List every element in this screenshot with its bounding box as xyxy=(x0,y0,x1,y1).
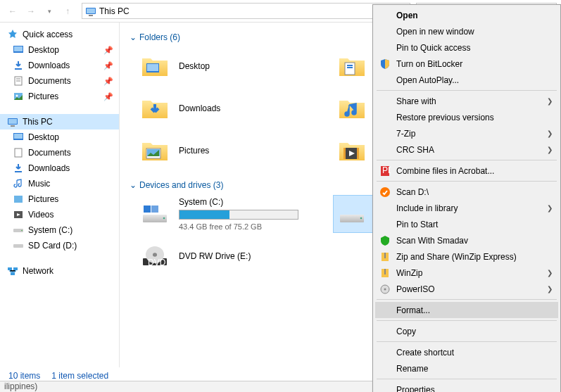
context-menu-item[interactable]: Open in new window xyxy=(375,23,558,39)
sidebar-quick-access[interactable]: Quick access xyxy=(0,27,119,42)
folder-pictures[interactable]: Pictures xyxy=(137,132,313,169)
chevron-right-icon: ❯ xyxy=(547,269,553,277)
context-menu-separator xyxy=(377,379,557,379)
sidebar-qa-downloads[interactable]: Downloads📌 xyxy=(0,58,119,73)
context-menu-item[interactable]: PowerISO❯ xyxy=(375,281,558,297)
svg-point-42 xyxy=(153,253,157,257)
svg-rect-23 xyxy=(11,272,15,275)
up-button[interactable]: ↑ xyxy=(59,3,76,20)
context-menu-label: Properties xyxy=(396,385,435,393)
context-menu-label: Open AutoPlay... xyxy=(396,75,459,85)
svg-point-9 xyxy=(16,95,18,97)
sidebar-qa-pictures[interactable]: Pictures📌 xyxy=(0,89,119,104)
svg-rect-33 xyxy=(357,148,359,159)
context-menu-label: PowerISO xyxy=(396,284,435,294)
svg-rect-36 xyxy=(144,206,151,213)
network-icon xyxy=(7,265,18,277)
context-menu-separator xyxy=(377,341,557,342)
context-menu-item[interactable]: Turn on BitLocker xyxy=(375,56,558,72)
svg-rect-48 xyxy=(384,253,386,258)
context-menu-item[interactable]: Zip and Share (WinZip Express) xyxy=(375,248,558,265)
sidebar-pc-videos[interactable]: Videos xyxy=(0,207,119,222)
pictures-icon xyxy=(13,194,24,205)
context-menu-label: Pin to Start xyxy=(396,220,438,229)
back-button[interactable]: ← xyxy=(4,3,21,20)
context-menu-item[interactable]: Share with❯ xyxy=(375,93,558,109)
context-menu-item[interactable]: Scan D:\ xyxy=(375,184,558,200)
svg-rect-32 xyxy=(343,148,346,159)
folder-desktop[interactable]: Desktop xyxy=(137,48,313,84)
chevron-down-icon: ⌄ xyxy=(130,180,137,190)
context-menu-item[interactable]: WinZip❯ xyxy=(375,265,558,281)
address-bar[interactable]: This PC xyxy=(82,3,410,19)
drive-icon xyxy=(13,225,24,236)
svg-rect-21 xyxy=(8,267,12,270)
sidebar-pc-documents[interactable]: Documents xyxy=(0,145,119,160)
context-menu-label: Pin to Quick access xyxy=(396,43,470,53)
svg-rect-25 xyxy=(147,64,158,71)
context-menu-item[interactable]: Open xyxy=(375,7,558,23)
pin-icon: 📌 xyxy=(103,77,113,86)
context-menu-item[interactable]: PDFCombine files in Acrobat... xyxy=(375,163,558,179)
storage-bar xyxy=(179,210,298,220)
context-menu-item[interactable]: Format... xyxy=(375,302,558,318)
avast-icon xyxy=(379,186,391,198)
context-menu-label: Share with xyxy=(396,96,436,106)
sidebar-network[interactable]: Network xyxy=(0,263,119,279)
svg-rect-15 xyxy=(15,148,22,157)
context-menu-item[interactable]: Open AutoPlay... xyxy=(375,72,558,88)
context-menu-item[interactable]: Pin to Start xyxy=(375,216,558,232)
drive-dvd-e[interactable]: DVD DVD RW Drive (E:) xyxy=(137,238,313,274)
svg-rect-22 xyxy=(13,267,18,270)
svg-point-19 xyxy=(21,230,23,232)
context-menu-separator xyxy=(377,320,557,321)
drive-system-c[interactable]: System (C:) 43.4 GB free of 75.2 GB xyxy=(137,196,313,232)
sidebar-qa-documents[interactable]: Documents📌 xyxy=(0,73,119,89)
context-menu-separator xyxy=(377,299,557,300)
desktop-icon xyxy=(13,44,24,56)
downloads-icon xyxy=(13,60,24,71)
music-folder-icon xyxy=(335,93,369,124)
recent-dropdown[interactable]: ▾ xyxy=(41,3,58,20)
disc-icon xyxy=(379,284,391,295)
context-menu-label: Rename xyxy=(396,364,428,374)
context-menu-item[interactable]: Pin to Quick access xyxy=(375,39,558,56)
context-menu-item[interactable]: Copy xyxy=(375,323,558,339)
svg-point-39 xyxy=(360,217,363,220)
smadav-icon xyxy=(379,235,391,246)
sidebar-pc-drive-d[interactable]: SD Card (D:) xyxy=(0,238,119,253)
navigation-pane: Quick access Desktop📌 Downloads📌 Documen… xyxy=(0,23,120,367)
svg-rect-14 xyxy=(14,134,23,139)
sidebar-qa-desktop[interactable]: Desktop📌 xyxy=(0,42,119,58)
context-menu-item[interactable]: Create shortcut xyxy=(375,344,558,360)
sidebar-pc-pictures[interactable]: Pictures xyxy=(0,191,119,207)
pin-icon: 📌 xyxy=(103,61,113,70)
folder-downloads[interactable]: Downloads xyxy=(137,90,313,127)
sidebar-this-pc[interactable]: This PC xyxy=(0,114,119,129)
context-menu-item[interactable]: Scan With Smadav xyxy=(375,232,558,248)
svg-rect-37 xyxy=(151,206,158,213)
forward-button[interactable]: → xyxy=(23,3,39,20)
pin-icon: 📌 xyxy=(103,46,113,55)
context-menu-item[interactable]: Properties xyxy=(375,381,558,392)
videos-icon xyxy=(13,209,24,220)
svg-text:DVD: DVD xyxy=(148,258,166,267)
context-menu-label: Include in library xyxy=(396,203,458,213)
context-menu-label: Open in new window xyxy=(396,27,474,37)
this-pc-icon xyxy=(85,6,96,17)
zip-icon xyxy=(379,267,391,279)
context-menu-item[interactable]: Rename xyxy=(375,360,558,377)
context-menu-label: WinZip xyxy=(396,268,422,278)
context-menu-item[interactable]: 7-Zip❯ xyxy=(375,125,558,141)
svg-rect-2 xyxy=(89,15,93,16)
sidebar-pc-desktop[interactable]: Desktop xyxy=(0,129,119,145)
context-menu-item[interactable]: CRC SHA❯ xyxy=(375,141,558,158)
svg-rect-50 xyxy=(384,269,386,274)
sidebar-pc-drive-c[interactable]: System (C:) xyxy=(0,222,119,238)
svg-rect-26 xyxy=(345,63,355,75)
sidebar-pc-music[interactable]: Music xyxy=(0,176,119,191)
context-menu-item[interactable]: Restore previous versions xyxy=(375,109,558,125)
context-menu-item[interactable]: Include in library❯ xyxy=(375,200,558,216)
context-menu-separator xyxy=(377,160,557,160)
sidebar-pc-downloads[interactable]: Downloads xyxy=(0,160,119,176)
